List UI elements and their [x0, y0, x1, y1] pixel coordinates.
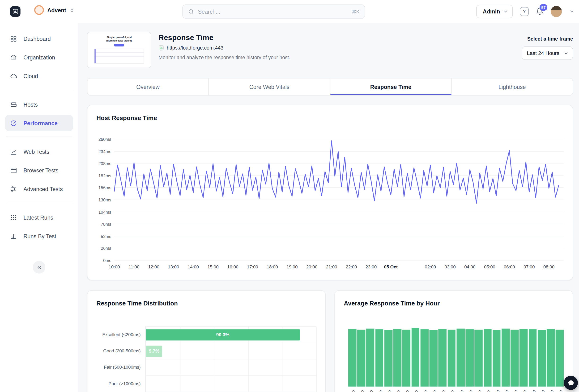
hour-bar	[538, 330, 546, 387]
bottom-cards-row: Response Time Distribution Excellent (<2…	[87, 290, 573, 392]
timeframe-label: Select a time frame	[522, 36, 573, 42]
timeframe-select[interactable]: Last 24 Hours	[522, 47, 573, 60]
hour-tick-label: 11:00	[447, 387, 455, 392]
sidebar-item-organization[interactable]: Organization	[5, 49, 73, 65]
response-time-distribution-card: Response Time Distribution Excellent (<2…	[87, 290, 326, 392]
dist-labels: Excellent (<200ms)Good (200-500ms)Fair (…	[96, 327, 145, 392]
tab-lighthouse[interactable]: Lighthouse	[452, 78, 573, 96]
dist-category-label: Poor (>1000ms)	[96, 376, 145, 392]
tab-label: Lighthouse	[499, 84, 526, 90]
sidebar-item-web-tests[interactable]: Web Tests	[5, 143, 73, 160]
admin-label: Admin	[483, 8, 500, 15]
card-title: Average Response Time by Hour	[344, 300, 564, 307]
hour-bar-column	[366, 327, 374, 387]
chat-widget-button[interactable]	[564, 376, 578, 390]
tab-overview[interactable]: Overview	[87, 78, 209, 96]
sidebar-item-runs-by-test[interactable]: Runs By Test	[5, 228, 73, 244]
sidebar-item-label: Organization	[23, 54, 55, 60]
hour-tick-label: 10:00	[438, 387, 446, 392]
x-tick-label: 11:00	[129, 264, 139, 269]
main-content: Simple, powerful, and affordable load te…	[78, 23, 579, 392]
admin-menu-button[interactable]: Admin	[477, 5, 513, 18]
hour-bar-column	[420, 327, 428, 387]
hour-labels: 00:0001:0002:0003:0004:0005:0006:0007:00…	[348, 387, 564, 392]
hour-bar	[366, 329, 374, 387]
tab-core-web-vitals[interactable]: Core Web Vitals	[209, 78, 330, 96]
x-tick-label: 17:00	[247, 264, 258, 269]
hour-tick-label: 01:00	[357, 387, 365, 392]
x-tick-label: 08:00	[543, 264, 554, 269]
hour-tick-label: 12:00	[456, 387, 464, 392]
distribution-chart: Excellent (<200ms)Good (200-500ms)Fair (…	[96, 327, 316, 392]
sidebar-collapse-button[interactable]	[33, 261, 46, 274]
hour-bar-column	[447, 327, 455, 387]
sidebar-item-label: Performance	[23, 120, 58, 126]
dist-category-label: Good (200-500ms)	[96, 343, 145, 359]
hour-bar-column	[357, 327, 365, 387]
chevron-updown-icon	[70, 7, 74, 12]
sidebar-item-dashboard[interactable]: Dashboard	[5, 30, 73, 47]
user-avatar[interactable]	[551, 6, 562, 17]
sidebar-divider	[6, 89, 72, 89]
sidebar-item-label: Cloud	[23, 73, 38, 79]
sidebar-item-performance[interactable]: Performance	[5, 115, 73, 131]
dist-category-label: Excellent (<200ms)	[96, 327, 145, 343]
y-tick-label: 52ms	[101, 234, 111, 238]
user-menu-button[interactable]	[569, 8, 575, 14]
workspace-switcher[interactable]: Advent	[34, 5, 74, 15]
x-tick-label: 06:00	[504, 264, 515, 269]
thumbnail-button-shape	[114, 44, 124, 47]
sidebar-item-label: Latest Runs	[23, 214, 53, 221]
hour-bars	[348, 327, 564, 387]
timeframe-value: Last 24 Hours	[527, 50, 559, 56]
sidebar-item-label: Advanced Tests	[23, 186, 63, 192]
favicon-icon	[158, 45, 164, 50]
sidebar-item-label: Dashboard	[23, 35, 51, 42]
organization-icon	[10, 54, 17, 61]
x-tick-label: 21:00	[326, 264, 337, 269]
hour-bar	[357, 330, 365, 386]
x-tick-label: 22:00	[346, 264, 357, 269]
y-tick-label: 104ms	[98, 210, 111, 214]
dashboard-icon	[10, 35, 17, 42]
x-tick-label: 07:00	[523, 264, 535, 269]
hour-bar	[420, 329, 428, 387]
hour-bar-column	[510, 327, 518, 387]
y-tick-label: 78ms	[101, 222, 111, 226]
host-url-link[interactable]: https://loadforge.com:443	[158, 45, 290, 51]
hour-bar	[348, 329, 356, 386]
y-tick-label: 26ms	[101, 246, 111, 251]
hour-tick-label: 14:00	[475, 387, 483, 392]
hour-tick-label: 08:00	[420, 387, 428, 392]
dist-bar: 9.7%	[146, 345, 162, 357]
hour-bar-column	[493, 327, 501, 387]
hour-bar	[438, 329, 446, 386]
bar-chart-icon	[10, 232, 17, 240]
x-tick-label: 10:00	[109, 264, 120, 269]
sidebar-divider	[6, 136, 72, 137]
app-logo[interactable]	[10, 6, 20, 17]
sidebar-item-browser-tests[interactable]: Browser Tests	[5, 162, 73, 178]
notifications-button[interactable]: 57	[536, 7, 544, 15]
dist-bar: 90.3%	[146, 329, 300, 340]
sidebar-item-cloud[interactable]: Cloud	[5, 68, 73, 84]
hour-bar	[520, 329, 528, 386]
search-input[interactable]	[198, 8, 348, 15]
hour-tick-label: 19:00	[520, 387, 528, 392]
hour-tick-label: 17:00	[502, 387, 509, 392]
hour-bar	[375, 329, 383, 387]
tab-response-time[interactable]: Response Time	[330, 78, 452, 96]
hour-tick-label: 13:00	[465, 387, 473, 392]
dist-row	[146, 359, 316, 376]
global-search[interactable]: ⌘K	[182, 4, 365, 19]
search-icon	[188, 8, 194, 15]
hour-bar	[484, 329, 492, 386]
y-tick-label: 182ms	[98, 173, 111, 178]
sidebar-item-latest-runs[interactable]: Latest Runs	[5, 209, 73, 225]
sidebar-item-advanced-tests[interactable]: Advanced Tests	[5, 181, 73, 197]
sidebar-item-hosts[interactable]: Hosts	[5, 96, 73, 112]
sidebar-divider	[6, 202, 72, 202]
help-button[interactable]: ?	[520, 7, 529, 16]
y-tick-label: 156ms	[98, 186, 111, 190]
hour-bar	[502, 329, 509, 387]
